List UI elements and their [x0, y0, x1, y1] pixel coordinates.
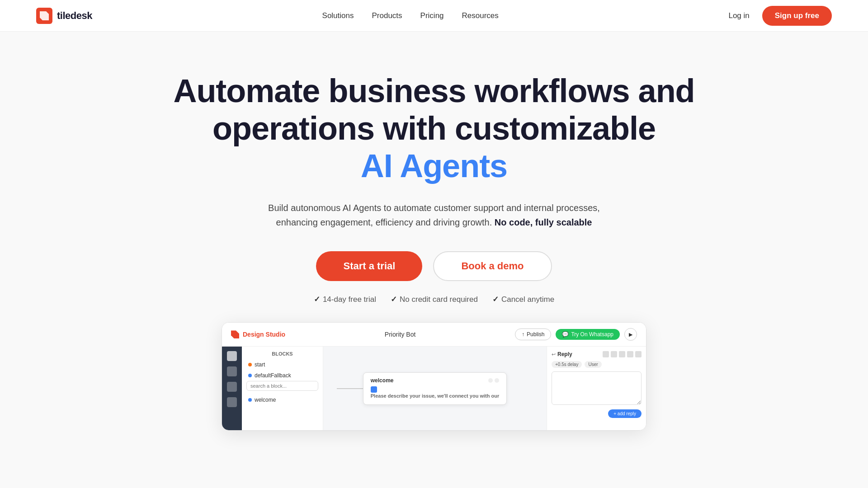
hero-perks: ✓ 14-day free trial ✓ No credit card req… [314, 295, 554, 304]
check-icon-1: ✓ [314, 295, 320, 304]
perk-label-1: 14-day free trial [323, 295, 376, 304]
ss-try-button[interactable]: 💬 Try On Whatsapp [556, 329, 620, 340]
logo-text: tiledesk [57, 10, 92, 22]
ss-send-button[interactable]: + add reply [608, 409, 642, 418]
ss-publish-icon: ↑ [522, 331, 524, 338]
ss-dot-start [248, 363, 252, 366]
ss-reply-icon-2 [611, 351, 617, 357]
ss-reply-icon-5 [635, 351, 642, 357]
ss-node-title: welcome [371, 377, 394, 384]
ss-block-welcome[interactable]: welcome [246, 394, 318, 405]
hero-subtitle-bold: No code, fully scalable [495, 217, 592, 227]
nav-links: Solutions Products Pricing Resources [322, 11, 499, 20]
ss-block-default[interactable]: defaultFallback [246, 370, 318, 381]
logo-icon [36, 8, 52, 24]
check-icon-3: ✓ [492, 295, 499, 304]
nav-right: Log in Sign up free [728, 6, 832, 26]
ss-block-search[interactable] [246, 381, 318, 391]
ss-node-header: welcome [371, 377, 499, 384]
ss-block-welcome-label: welcome [255, 397, 276, 403]
nav-resources[interactable]: Resources [462, 11, 499, 20]
ss-logo-icon [231, 330, 239, 338]
ss-left-panel: Blocks start defaultFallback welcome [242, 347, 323, 430]
ss-block-start[interactable]: start [246, 359, 318, 370]
check-icon-2: ✓ [391, 295, 397, 304]
hero-title-highlight: AI Agents [361, 148, 507, 184]
ss-try-label: Try On Whatsapp [571, 331, 613, 338]
ss-reply-icon-3 [619, 351, 625, 357]
ss-canvas: welcome Please describe your issue, we'l… [323, 347, 547, 430]
navbar: tiledesk Solutions Products Pricing Reso… [0, 0, 868, 32]
ss-dot-default [248, 374, 252, 377]
hero-subtitle: Build autonomous AI Agents to automate c… [249, 201, 619, 230]
perk-3: ✓ Cancel anytime [492, 295, 554, 304]
screenshot-topbar: Design Studio Priority Bot ↑ Publish 💬 T… [222, 323, 646, 347]
ss-filter-user[interactable]: User [585, 361, 601, 368]
ss-send-row: + add reply [552, 409, 642, 418]
start-trial-button[interactable]: Start a trial [316, 251, 422, 281]
ss-reply-icon-4 [627, 351, 633, 357]
ss-reply-title: Reply [557, 351, 572, 357]
hero-cta: Start a trial Book a demo [316, 251, 552, 281]
ss-sidebar-flow-icon[interactable] [227, 366, 237, 376]
login-link[interactable]: Log in [728, 11, 749, 20]
ss-reply-icon-1 [603, 351, 609, 357]
ss-filter-delay[interactable]: +0.5s delay [552, 361, 582, 368]
ss-reply-input[interactable] [552, 371, 642, 405]
product-screenshot: Design Studio Priority Bot ↑ Publish 💬 T… [222, 322, 646, 431]
screenshot-body: Blocks start defaultFallback welcome [222, 347, 646, 430]
signup-button[interactable]: Sign up free [762, 6, 832, 26]
ss-filter-row: +0.5s delay User [552, 361, 642, 368]
ss-node-text: Please describe your issue, we'll connec… [371, 393, 499, 399]
hero-title-line2: operations with customizable [212, 110, 656, 146]
hero-section: Automate business workflows and operatio… [0, 32, 868, 458]
ss-sidebar-share-icon[interactable] [227, 351, 237, 361]
ss-block-default-label: defaultFallback [255, 372, 291, 379]
ss-node-icon [371, 386, 377, 393]
nav-products[interactable]: Products [372, 11, 402, 20]
ss-node-welcome[interactable]: welcome Please describe your issue, we'l… [363, 372, 507, 404]
ss-publish-button[interactable]: ↑ Publish [515, 328, 551, 340]
ss-design-studio-label: Design Studio [243, 331, 285, 338]
ss-reply-icons [603, 351, 642, 357]
hero-title: Automate business workflows and operatio… [173, 72, 694, 184]
ss-reply-header: ↩ Reply [552, 351, 642, 357]
screenshot-logo: Design Studio [231, 330, 285, 338]
perk-label-3: Cancel anytime [501, 295, 554, 304]
logo-link[interactable]: tiledesk [36, 8, 92, 24]
ss-right-buttons: ↑ Publish 💬 Try On Whatsapp ▶ [515, 328, 637, 341]
nav-solutions[interactable]: Solutions [322, 11, 354, 20]
hero-title-line1: Automate business workflows and [173, 73, 694, 109]
perk-label-2: No credit card required [400, 295, 478, 304]
ss-center-title: Priority Bot [385, 331, 415, 338]
ss-play-icon: ▶ [629, 332, 632, 338]
ss-icon-sidebar [222, 347, 242, 430]
book-demo-button[interactable]: Book a demo [433, 251, 552, 281]
ss-sidebar-lock-icon[interactable] [227, 382, 237, 392]
ss-dot-welcome [248, 398, 252, 402]
ss-play-button[interactable]: ▶ [624, 328, 637, 341]
ss-blocks-label: Blocks [246, 351, 318, 357]
ss-whatsapp-icon: 💬 [562, 331, 569, 338]
perk-2: ✓ No credit card required [391, 295, 478, 304]
ss-right-panel: ↩ Reply +0.5s delay User [547, 347, 646, 430]
nav-pricing[interactable]: Pricing [420, 11, 444, 20]
ss-sidebar-settings-icon[interactable] [227, 397, 237, 407]
perk-1: ✓ 14-day free trial [314, 295, 376, 304]
ss-block-start-label: start [255, 361, 265, 368]
ss-publish-label: Publish [527, 331, 544, 338]
